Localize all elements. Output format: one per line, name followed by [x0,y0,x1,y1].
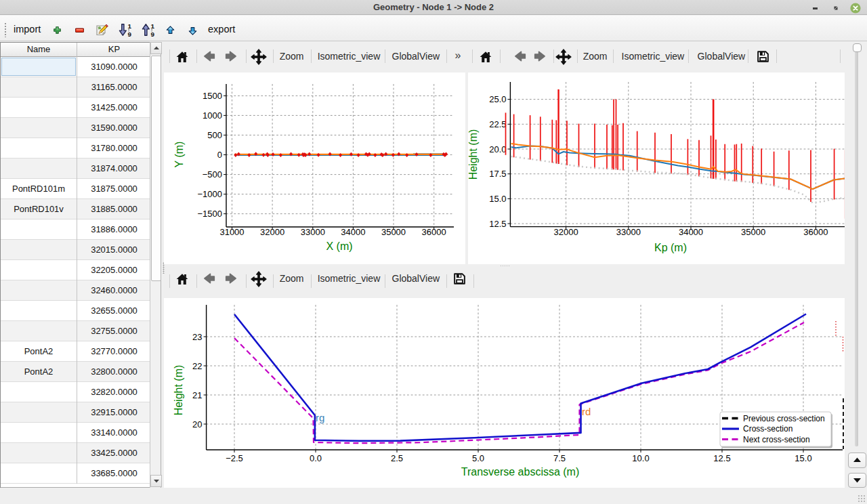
svg-text:32000: 32000 [554,227,578,237]
svg-text:Next cross-section: Next cross-section [743,435,810,444]
svg-text:1500: 1500 [203,91,222,101]
svg-text:X (m): X (m) [326,240,352,252]
svg-text:36000: 36000 [422,227,446,237]
svg-text:34000: 34000 [341,227,365,237]
svg-text:21: 21 [192,390,202,400]
svg-text:−500: −500 [203,169,222,180]
svg-text:12.5: 12.5 [489,219,506,229]
svg-text:0: 0 [217,150,222,160]
svg-text:20: 20 [192,419,202,429]
svg-text:34000: 34000 [679,227,703,237]
svg-text:rg: rg [316,412,324,423]
svg-text:Y (m): Y (m) [173,142,185,168]
svg-text:15.0: 15.0 [489,194,506,204]
svg-text:35000: 35000 [381,227,406,237]
svg-text:Previous cross-section: Previous cross-section [743,414,825,423]
svg-text:9: 9 [128,30,132,37]
svg-text:Transverse abscissa (m): Transverse abscissa (m) [461,466,580,478]
svg-text:10.0: 10.0 [632,453,649,463]
svg-text:20.0: 20.0 [489,144,506,154]
svg-text:31000: 31000 [219,227,244,237]
svg-text:rd: rd [582,406,591,417]
svg-text:9: 9 [151,30,155,37]
svg-text:33000: 33000 [301,227,325,237]
svg-text:33000: 33000 [616,227,641,237]
svg-text:32000: 32000 [260,227,284,237]
svg-text:−1500: −1500 [197,209,222,219]
svg-text:0.0: 0.0 [310,453,322,463]
svg-text:17.5: 17.5 [489,169,506,179]
svg-text:Height (m): Height (m) [468,129,479,180]
svg-text:−1000: −1000 [197,189,222,199]
svg-text:1000: 1000 [203,110,222,121]
svg-text:7.5: 7.5 [553,453,566,463]
svg-text:25.0: 25.0 [489,94,506,104]
svg-text:12.5: 12.5 [713,453,730,463]
svg-text:35000: 35000 [741,227,765,237]
svg-text:36000: 36000 [803,227,828,237]
svg-text:Kp (m): Kp (m) [654,242,687,253]
svg-text:15.0: 15.0 [795,453,811,463]
svg-text:Height (m): Height (m) [173,365,184,416]
svg-text:1: 1 [128,22,132,30]
svg-text:−2.5: −2.5 [226,453,243,463]
svg-text:1: 1 [151,22,155,30]
svg-text:23: 23 [192,332,202,342]
svg-text:2.5: 2.5 [391,453,403,463]
svg-text:Cross-section: Cross-section [743,424,792,434]
svg-text:22.5: 22.5 [489,119,506,129]
svg-text:500: 500 [207,130,222,140]
svg-text:22: 22 [192,361,202,371]
svg-text:5.0: 5.0 [472,453,484,463]
